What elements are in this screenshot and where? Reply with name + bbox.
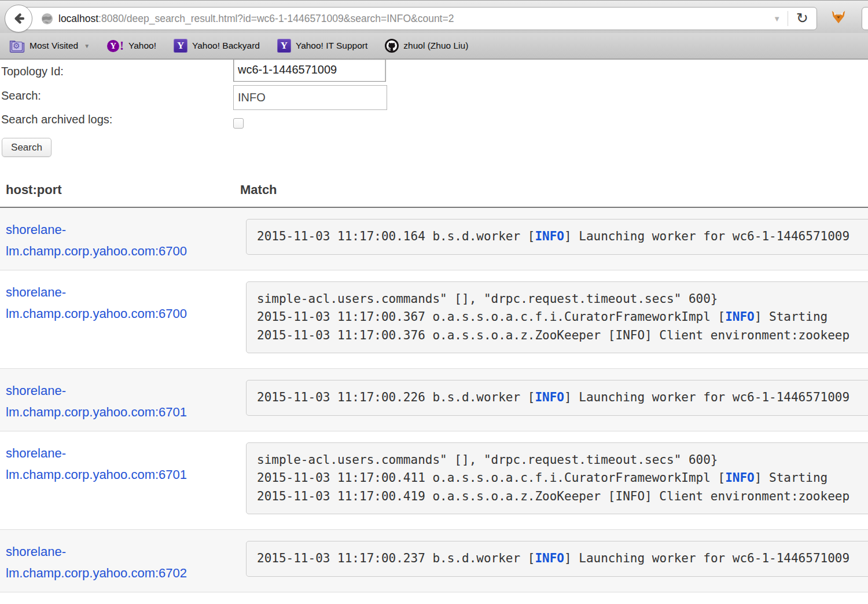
results-table: host:port Match shorelane-lm.champ.corp.… [0,182,868,592]
results-table-body: shorelane-lm.champ.corp.yahoo.com:6700 2… [0,208,868,592]
url-path: :8080/deep_search_result.html?id=wc6-1-1… [98,13,454,24]
match-header: Match [240,182,277,197]
bookmark-most-visited[interactable]: ⚙ Most Visited ▼ [9,39,90,53]
bookmark-zhuol[interactable]: zhuol (Zhuo Liu) [385,39,468,53]
search-form: Topology Id: Search: Search archived log… [0,60,868,157]
host-cell: shorelane-lm.champ.corp.yahoo.com:6701 [0,431,240,530]
table-row: shorelane-lm.champ.corp.yahoo.com:6700 s… [0,270,868,369]
fox-extension-icon[interactable] [830,9,847,26]
match-cell: 2015-11-03 11:17:00.237 b.s.d.worker [IN… [240,530,868,592]
results-header: host:port Match [0,182,868,208]
folder-icon: ⚙ [9,39,25,53]
yahoo-y-icon: Y [277,39,291,53]
address-bar[interactable]: localhost:8080/deep_search_result.html?i… [19,7,817,30]
topology-id-label: Topology Id: [0,65,233,78]
host-cell: shorelane-lm.champ.corp.yahoo.com:6701 [0,369,240,431]
browser-toolbar: localhost:8080/deep_search_result.html?i… [0,0,868,33]
match-cell: 2015-11-03 11:17:00.226 b.s.d.worker [IN… [240,369,868,431]
host-port-header: host:port [0,182,240,197]
log-match-box: simple-acl.users.commands" [], "drpc.req… [246,442,868,515]
bookmark-label: Most Visited [30,41,78,51]
yahoo-y-icon: Y [174,39,187,53]
archived-logs-label: Search archived logs: [0,113,233,126]
bookmark-label: Yahoo! Backyard [192,41,260,51]
url-text: localhost:8080/deep_search_result.html?i… [58,13,766,25]
url-dropdown-icon[interactable]: ▼ [766,14,788,23]
bookmark-yahoo-it-support[interactable]: Y Yahoo! IT Support [277,39,367,53]
match-cell: simple-acl.users.commands" [], "drpc.req… [240,431,868,530]
host-port-link[interactable]: shorelane-lm.champ.corp.yahoo.com:6702 [6,544,187,580]
url-hostname: localhost [58,13,98,24]
table-row: shorelane-lm.champ.corp.yahoo.com:6700 2… [0,208,868,270]
host-port-link[interactable]: shorelane-lm.champ.corp.yahoo.com:6701 [6,446,187,482]
bookmark-yahoo[interactable]: Y! Yahoo! [107,39,156,53]
archived-logs-checkbox[interactable] [233,118,244,129]
globe-icon [41,13,53,25]
bookmark-yahoo-backyard[interactable]: Y Yahoo! Backyard [174,39,260,53]
match-cell: simple-acl.users.commands" [], "drpc.req… [240,270,868,369]
host-port-link[interactable]: shorelane-lm.champ.corp.yahoo.com:6700 [6,222,187,258]
page-content: Topology Id: Search: Search archived log… [0,60,868,603]
chevron-down-icon: ▼ [84,43,90,49]
reload-icon[interactable]: ↻ [788,11,816,25]
table-row: shorelane-lm.champ.corp.yahoo.com:6701 2… [0,369,868,431]
search-button[interactable]: Search [2,138,52,157]
log-match-box: 2015-11-03 11:17:00.226 b.s.d.worker [IN… [246,380,868,416]
host-port-link[interactable]: shorelane-lm.champ.corp.yahoo.com:6701 [6,383,187,419]
match-cell: 2015-11-03 11:17:00.164 b.s.d.worker [IN… [240,208,868,270]
table-row: shorelane-lm.champ.corp.yahoo.com:6702 2… [0,530,868,592]
log-match-box: 2015-11-03 11:17:00.237 b.s.d.worker [IN… [246,541,868,577]
search-label: Search: [0,89,233,103]
bookmark-label: Yahoo! [128,41,156,51]
table-row: shorelane-lm.champ.corp.yahoo.com:6701 s… [0,431,868,530]
back-button[interactable] [5,5,32,32]
yahoo-favicon-icon: Y! [107,39,124,53]
back-arrow-icon [10,10,27,27]
bookmark-label: zhuol (Zhuo Liu) [403,41,468,51]
log-match-box: 2015-11-03 11:17:00.164 b.s.d.worker [IN… [246,219,868,255]
host-cell: shorelane-lm.champ.corp.yahoo.com:6700 [0,270,240,369]
gear-glyph-icon: ⚙ [13,41,20,50]
search-input[interactable] [233,85,387,110]
log-match-box: simple-acl.users.commands" [], "drpc.req… [246,281,868,354]
github-icon [385,39,399,53]
search-bar-partial[interactable] [862,7,868,30]
host-cell: shorelane-lm.champ.corp.yahoo.com:6702 [0,530,240,592]
bookmark-label: Yahoo! IT Support [296,41,367,51]
host-cell: shorelane-lm.champ.corp.yahoo.com:6700 [0,208,240,270]
host-port-link[interactable]: shorelane-lm.champ.corp.yahoo.com:6700 [6,285,187,321]
topology-id-input[interactable] [233,60,386,82]
bookmarks-bar: ⚙ Most Visited ▼ Y! Yahoo! Y Yahoo! Back… [0,33,868,60]
